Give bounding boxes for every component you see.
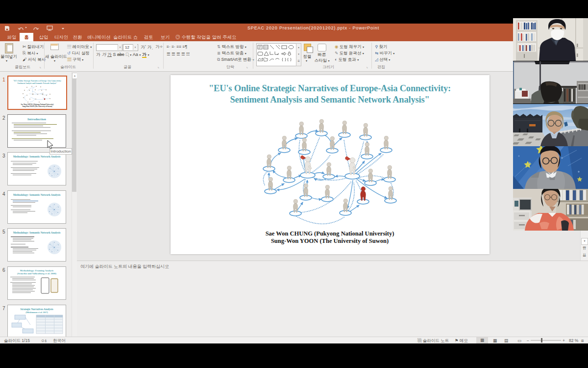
svg-text:Methodology: Framing Analysis: Methodology: Framing Analysis	[20, 269, 54, 272]
svg-text:Introduction: Introduction	[27, 117, 46, 121]
svg-text:Strategic Narratives Analysis: Strategic Narratives Analysis	[20, 308, 53, 311]
svg-text:Methodology: Semantic Network: Methodology: Semantic Network Analysis	[13, 155, 61, 158]
svg-text:Sung-Won YOON (The University: Sung-Won YOON (The University of Suwon)	[22, 105, 52, 107]
svg-text:(Semetko and Valkenburg et al.: (Semetko and Valkenburg et al. 2000)	[17, 272, 56, 275]
svg-text:Methodology: Semantic Network: Methodology: Semantic Network Analysis	[13, 231, 61, 234]
svg-text:Methodology: Semantic Network: Methodology: Semantic Network Analysis	[13, 193, 61, 196]
svg-text:Sentiment Analysis and Semanti: Sentiment Analysis and Semantic Network …	[18, 82, 57, 84]
svg-text:"EU's Online Strategic Narrati: "EU's Online Strategic Narratives of Eur…	[13, 80, 61, 82]
svg-text:(Miskimmon et al. 2017): (Miskimmon et al. 2017)	[25, 311, 48, 314]
